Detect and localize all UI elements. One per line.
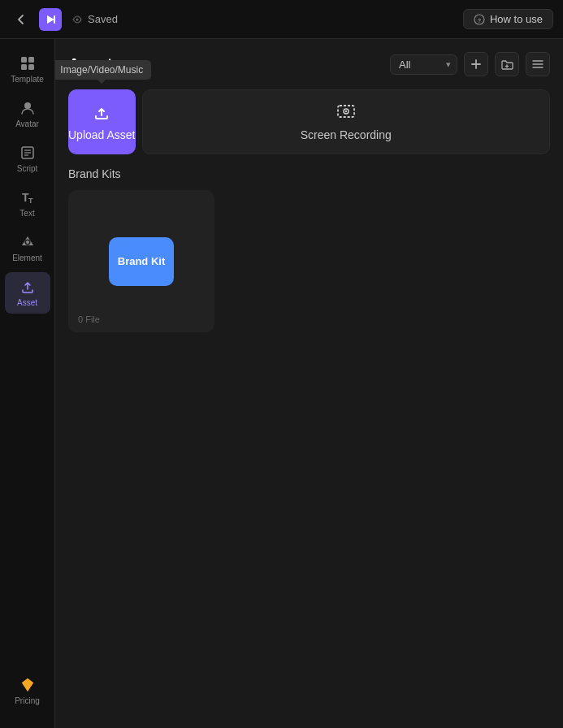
script-icon (19, 145, 36, 161)
sidebar-item-avatar[interactable]: Avatar (5, 93, 50, 135)
svg-text:?: ? (478, 16, 482, 24)
topbar: Saved ? How to use (0, 0, 563, 39)
svg-rect-7 (21, 64, 27, 70)
diamond-icon (19, 677, 36, 693)
asset-upload-icon (19, 279, 36, 295)
app-logo (39, 8, 62, 31)
svg-marker-19 (21, 678, 33, 691)
svg-rect-5 (21, 57, 27, 63)
sidebar-item-script[interactable]: Script (5, 138, 50, 180)
svg-point-2 (76, 18, 79, 20)
folder-button[interactable] (495, 52, 519, 76)
back-button[interactable] (10, 8, 32, 31)
svg-marker-0 (47, 15, 54, 24)
action-buttons-row: Upload Asset Image/Video/Music Screen Re… (68, 89, 550, 154)
brand-kit-file-count: 0 File (78, 314, 100, 324)
upload-icon (92, 102, 111, 122)
saved-status: Saved (71, 13, 118, 25)
svg-rect-1 (54, 15, 55, 24)
page-title: Asset (68, 55, 390, 74)
svg-point-29 (345, 110, 347, 112)
element-icon (19, 234, 36, 250)
svg-rect-8 (28, 64, 34, 70)
asset-controls: All Images Videos Music (390, 52, 550, 76)
brand-kits-section-title: Brand Kits (68, 167, 550, 180)
list-view-button[interactable] (526, 52, 550, 76)
sidebar-item-asset[interactable]: Asset (5, 272, 50, 314)
svg-point-18 (26, 240, 29, 244)
sidebar-item-template[interactable]: Template (5, 49, 50, 90)
filter-dropdown[interactable]: All Images Videos Music (390, 54, 457, 75)
svg-rect-6 (28, 57, 34, 63)
filter-select-wrap: All Images Videos Music (390, 54, 457, 75)
how-to-use-button[interactable]: ? How to use (463, 9, 553, 29)
sidebar-item-pricing[interactable]: Pricing (5, 670, 50, 712)
upload-asset-button[interactable]: Upload Asset (68, 89, 136, 154)
sidebar-item-text[interactable]: T T Text (5, 183, 50, 224)
sidebar-bottom: Pricing (5, 670, 50, 718)
sidebar-item-element[interactable]: Element (5, 228, 50, 269)
asset-panel-content: Asset All Images Videos Music (55, 39, 563, 728)
text-icon: T T (19, 189, 36, 206)
sidebar: Template Avatar Script T T Text (0, 39, 55, 728)
main-layout: Template Avatar Script T T Text (0, 39, 563, 728)
upload-btn-container: Upload Asset Image/Video/Music (68, 89, 136, 154)
avatar-icon (19, 100, 36, 116)
add-button[interactable] (464, 52, 488, 76)
screen-record-icon (336, 102, 356, 122)
screen-recording-button[interactable]: Screen Recording (142, 89, 551, 154)
brand-kit-icon: Brand Kit (109, 237, 174, 286)
svg-text:T: T (28, 197, 33, 205)
brand-kit-card[interactable]: Brand Kit 0 File (68, 190, 214, 332)
template-icon (19, 55, 36, 72)
svg-point-9 (24, 102, 31, 109)
asset-header: Asset All Images Videos Music (68, 52, 550, 76)
